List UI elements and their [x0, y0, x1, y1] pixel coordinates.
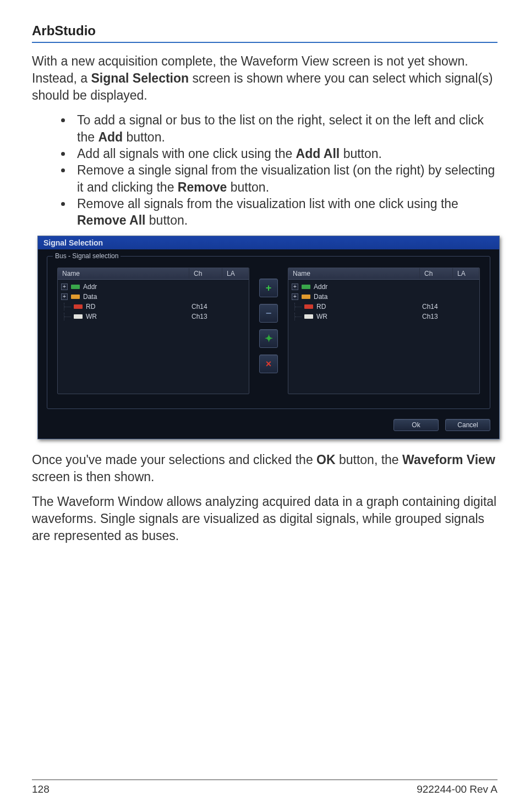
list-item[interactable]: RD Ch14	[61, 302, 245, 312]
ok-button[interactable]: Ok	[393, 419, 439, 431]
bullet-2: Add all signals with one click using the…	[73, 145, 497, 162]
signal-color-swatch	[304, 304, 313, 309]
bus-signal-selection-fieldset: Bus - Signal selection Name Ch LA +	[47, 256, 490, 409]
p2-bold2: Waveform View	[402, 453, 495, 467]
signal-color-swatch	[74, 314, 83, 319]
left-rows: + Addr + Data	[58, 280, 249, 324]
tree-connector-icon	[64, 303, 74, 310]
minus-icon: −	[266, 308, 272, 318]
list-item[interactable]: + Data	[292, 292, 476, 302]
left-col-name[interactable]: Name	[58, 268, 189, 279]
remove-all-button[interactable]: ×	[259, 355, 278, 373]
plus-icon: +	[266, 283, 272, 293]
signal-color-swatch	[71, 295, 80, 299]
dialog-titlebar: Signal Selection	[38, 236, 499, 249]
b3-post: button.	[227, 180, 269, 194]
tree-connector-icon	[64, 313, 74, 320]
list-item[interactable]: WR Ch13	[292, 312, 476, 321]
b2-bold: Add All	[296, 146, 340, 161]
row-label: RD	[86, 303, 95, 310]
document-header: ArbStudio	[32, 23, 497, 43]
signal-selection-dialog: Signal Selection Bus - Signal selection …	[37, 236, 500, 439]
right-col-ch[interactable]: Ch	[420, 268, 453, 279]
p1-bold: Signal Selection	[91, 71, 189, 85]
row-channel: Ch13	[192, 313, 223, 320]
list-item[interactable]: + Addr	[292, 282, 476, 292]
left-col-la[interactable]: LA	[222, 268, 249, 279]
row-label: WR	[316, 313, 327, 320]
b4-post: button.	[145, 213, 188, 227]
panels-row: Name Ch LA + Addr	[57, 268, 480, 394]
row-label: Data	[314, 293, 327, 301]
row-channel: Ch14	[422, 303, 454, 310]
footer-doc-rev: 922244-00 Rev A	[417, 783, 497, 795]
footer-page-number: 128	[32, 783, 50, 795]
row-label: Addr	[83, 283, 97, 291]
add-all-icon: ✦	[265, 334, 273, 344]
row-label: Data	[83, 293, 97, 301]
add-button[interactable]: +	[259, 279, 278, 297]
x-icon: ×	[266, 359, 272, 369]
tree-connector-icon	[294, 313, 304, 320]
b2-post: button.	[340, 146, 382, 161]
bullet-1: To add a signal or bus to the list on th…	[73, 112, 497, 145]
signal-color-swatch	[304, 314, 313, 319]
b1-bold: Add	[98, 130, 123, 144]
expand-icon[interactable]: +	[61, 284, 68, 290]
right-col-la[interactable]: LA	[453, 268, 479, 279]
bullet-list: To add a signal or bus to the list on th…	[73, 112, 497, 229]
add-all-button[interactable]: ✦	[259, 329, 278, 348]
dialog-body: Bus - Signal selection Name Ch LA +	[38, 249, 499, 439]
row-channel: Ch13	[422, 313, 454, 320]
signal-color-swatch	[74, 304, 83, 309]
expand-icon[interactable]: +	[61, 293, 68, 300]
tree-connector-icon	[294, 303, 304, 310]
available-signals-list[interactable]: Name Ch LA + Addr	[57, 268, 249, 394]
selected-signals-list[interactable]: Name Ch LA + Addr	[288, 268, 480, 394]
remove-button[interactable]: −	[259, 304, 278, 323]
left-col-ch[interactable]: Ch	[189, 268, 222, 279]
dialog-footer: Ok Cancel	[47, 419, 490, 431]
paragraph-2: Once you've made your selections and cli…	[32, 451, 497, 486]
b1-post: button.	[123, 130, 165, 144]
p2-mid: button, the	[336, 453, 402, 467]
left-header-row: Name Ch LA	[58, 268, 249, 280]
page-title: ArbStudio	[32, 23, 497, 39]
list-item[interactable]: RD Ch14	[292, 302, 476, 312]
right-rows: + Addr + Data	[288, 280, 479, 324]
signal-color-swatch	[302, 285, 310, 289]
b4-bold: Remove All	[77, 213, 145, 227]
paragraph-1: With a new acquisition complete, the Wav…	[32, 53, 497, 104]
expand-icon[interactable]: +	[292, 293, 298, 300]
p2-bold1: OK	[316, 453, 336, 467]
row-label: Addr	[314, 283, 327, 291]
list-item[interactable]: WR Ch13	[61, 312, 245, 321]
p2-post: screen is then shown.	[32, 470, 154, 484]
b4-pre: Remove all signals from the visualizatio…	[77, 197, 458, 211]
list-item[interactable]: + Addr	[61, 282, 245, 292]
page-footer: 128 922244-00 Rev A	[32, 780, 497, 795]
b3-bold: Remove	[178, 180, 227, 194]
right-header-row: Name Ch LA	[288, 268, 479, 280]
row-label: WR	[86, 313, 97, 320]
b2-pre: Add all signals with one click using the	[77, 146, 296, 161]
right-col-name[interactable]: Name	[288, 268, 420, 279]
b3-pre: Remove a single signal from the visualiz…	[77, 163, 495, 194]
transfer-button-column: + − ✦ ×	[259, 268, 278, 373]
row-channel: Ch14	[192, 303, 223, 310]
bullet-4: Remove all signals from the visualizatio…	[73, 195, 497, 229]
list-item[interactable]: + Data	[61, 292, 245, 302]
p2-pre: Once you've made your selections and cli…	[32, 453, 316, 467]
paragraph-3: The Waveform Window allows analyzing acq…	[32, 493, 497, 544]
fieldset-legend: Bus - Signal selection	[53, 252, 121, 260]
row-label: RD	[316, 303, 326, 310]
bullet-3: Remove a single signal from the visualiz…	[73, 162, 497, 195]
expand-icon[interactable]: +	[292, 284, 298, 290]
cancel-button[interactable]: Cancel	[445, 419, 490, 431]
signal-color-swatch	[71, 285, 80, 289]
signal-color-swatch	[302, 295, 310, 299]
